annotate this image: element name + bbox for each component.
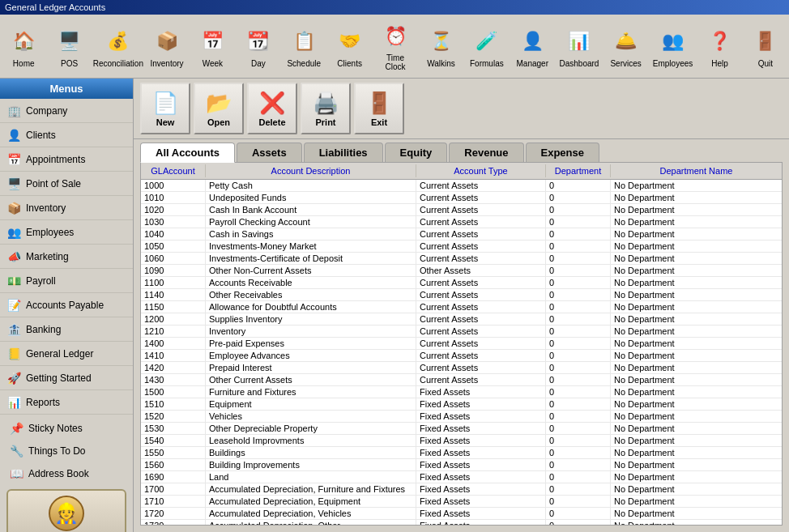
sidebar-item-banking[interactable]: 🏦 Banking (0, 317, 133, 342)
toolbar-item-services[interactable]: 🛎️ Services (603, 18, 647, 74)
table-cell: 1060 (141, 253, 206, 264)
toolbar-item-reconciliation[interactable]: 💰 Reconciliation (93, 18, 143, 74)
sidebar-footer-address-book[interactable]: 📖 Address Book (3, 463, 130, 484)
toolbar-item-dashboard[interactable]: 📊 Dashboard (556, 18, 602, 74)
table-row[interactable]: 1540Leasehold ImprovmentsFixed Assets0No… (141, 435, 782, 447)
table-row[interactable]: 1430Other Current AssetsCurrent Assets0N… (141, 374, 782, 386)
day-icon: 📆 (242, 25, 275, 57)
table-cell: Accumulated Depreciation, Furniture and … (206, 483, 416, 495)
table-row[interactable]: 1530Other Depreciable PropertyFixed Asse… (141, 423, 782, 435)
action-btn-new[interactable]: 📄 New (140, 83, 190, 134)
marketing-sidebar-icon: 📣 (6, 250, 21, 263)
toolbar-item-schedule[interactable]: 📋 Schedule (282, 18, 326, 74)
clients-sidebar-label: Clients (26, 130, 56, 141)
action-btn-open[interactable]: 📂 Open (194, 83, 244, 134)
table-row[interactable]: 1500Furniture and FixturesFixed Assets0N… (141, 386, 782, 398)
sidebar-item-general-ledger[interactable]: 📒 General Ledger (0, 342, 133, 366)
tab-all-accounts[interactable]: All Accounts (140, 143, 235, 163)
day-label: Day (251, 59, 266, 68)
table-row[interactable]: 1020Cash In Bank AccountCurrent Assets0N… (141, 204, 782, 216)
table-row[interactable]: 1710Accumulated Depreciation, EquipmentF… (141, 496, 782, 508)
table-row[interactable]: 1700Accumulated Depreciation, Furniture … (141, 483, 782, 496)
table-row[interactable]: 1400Pre-paid ExpensesCurrent Assets0No D… (141, 338, 782, 350)
action-btn-exit[interactable]: 🚪 Exit (354, 83, 404, 134)
toolbar-item-help[interactable]: ❓ Help (697, 18, 741, 74)
table-row[interactable]: 1000Petty CashCurrent Assets0No Departme… (141, 180, 782, 192)
table-row[interactable]: 1410Employee AdvancesCurrent Assets0No D… (141, 350, 782, 362)
table-cell: Fixed Assets (416, 398, 546, 410)
sidebar-item-getting-started[interactable]: 🚀 Getting Started (0, 366, 133, 390)
general-ledger-sidebar-label: General Ledger (26, 348, 93, 360)
toolbar-item-week[interactable]: 📅 Week (190, 18, 234, 74)
table-row[interactable]: 1520VehiclesFixed Assets0No Department (141, 411, 782, 423)
action-btn-print[interactable]: 🖨️ Print (301, 83, 351, 134)
toolbar-item-quit[interactable]: 🚪 Quit (744, 18, 787, 74)
tab-revenue[interactable]: Revenue (449, 143, 523, 162)
table-row[interactable]: 1510EquipmentFixed Assets0No Department (141, 398, 782, 411)
tab-liabilities[interactable]: Liabilities (304, 143, 383, 162)
table-cell: 1520 (141, 411, 206, 422)
table-cell: Current Assets (416, 301, 546, 313)
sidebar-footer-sticky-notes[interactable]: 📌 Sticky Notes (3, 418, 130, 439)
action-btn-delete[interactable]: ❌ Delete (247, 83, 297, 134)
table-cell: 1010 (141, 192, 206, 203)
toolbar-item-employees[interactable]: 👥 Employees (650, 18, 696, 74)
table-row[interactable]: 1090Other Non-Current AssetsOther Assets… (141, 265, 782, 277)
tab-expense[interactable]: Expense (526, 143, 599, 162)
sidebar-item-clients[interactable]: 👤 Clients (0, 123, 133, 147)
table-row[interactable]: 1200Supplies InventoryCurrent Assets0No … (141, 313, 782, 326)
sidebar-item-reports[interactable]: 📊 Reports (0, 390, 133, 415)
tab-equity[interactable]: Equity (385, 143, 448, 162)
table-row[interactable]: 1030Payroll Checking AccountCurrent Asse… (141, 216, 782, 228)
toolbar-item-manager[interactable]: 👤 Manager (510, 18, 554, 74)
table-row[interactable]: 1060Investments-Certificate of DepositCu… (141, 253, 782, 265)
things-to-do-footer-label: Things To Do (28, 445, 85, 457)
table-row[interactable]: 1150Allowance for Doubtful AccountsCurre… (141, 301, 782, 313)
sticky-notes-footer-icon: 📌 (9, 422, 23, 435)
toolbar-item-time-clock[interactable]: ⏰ Time Clock (373, 18, 417, 74)
table-cell: 1420 (141, 362, 206, 373)
table-row[interactable]: 1100Accounts ReceivableCurrent Assets0No… (141, 277, 782, 289)
sidebar-item-appointments[interactable]: 📅 Appointments (0, 147, 133, 172)
table-row[interactable]: 1010Undeposited FundsCurrent Assets0No D… (141, 192, 782, 204)
table-cell: Fixed Assets (416, 496, 546, 507)
table-cell: 1000 (141, 180, 206, 191)
table-row[interactable]: 1420Prepaid InterestCurrent Assets0No De… (141, 362, 782, 374)
sidebar-item-employees[interactable]: 👥 Employees (0, 220, 133, 245)
toolbar-item-pos[interactable]: 🖥️ POS (47, 18, 91, 74)
tab-assets[interactable]: Assets (237, 143, 302, 162)
sidebar-item-accounts-payable[interactable]: 📝 Accounts Payable (0, 293, 133, 317)
getting-started-sidebar-label: Getting Started (26, 372, 92, 384)
table-row[interactable]: 1730Accumulated Depreciation, OtherFixed… (141, 520, 782, 525)
toolbar-item-walkins[interactable]: ⏳ Walkins (419, 18, 463, 74)
toolbar-item-clients[interactable]: 🤝 Clients (327, 18, 371, 74)
table-cell: 1530 (141, 423, 206, 434)
table-cell: 0 (546, 326, 611, 337)
toolbar-item-formulas[interactable]: 🧪 Formulas (465, 18, 509, 74)
sidebar-item-inventory[interactable]: 📦 Inventory (0, 196, 133, 220)
table-row[interactable]: 1560Building ImprovementsFixed Assets0No… (141, 459, 782, 471)
support-button[interactable]: 👷 Support (6, 489, 126, 532)
table-cell: Fixed Assets (416, 508, 546, 519)
new-action-icon: 📄 (152, 91, 178, 116)
sidebar-item-marketing[interactable]: 📣 Marketing (0, 245, 133, 269)
table-cell: No Department (611, 386, 782, 398)
table-row[interactable]: 1720Accumulated Depreciation, VehiclesFi… (141, 508, 782, 520)
table-cell: No Department (611, 362, 782, 373)
sidebar-item-payroll[interactable]: 💵 Payroll (0, 269, 133, 293)
table-row[interactable]: 1040Cash in SavingsCurrent Assets0No Dep… (141, 228, 782, 240)
table-row[interactable]: 1140Other ReceivablesCurrent Assets0No D… (141, 289, 782, 301)
toolbar-item-day[interactable]: 📆 Day (237, 18, 280, 74)
sidebar-footer-things-to-do[interactable]: 🔧 Things To Do (3, 440, 130, 462)
table-row[interactable]: 1550BuildingsFixed Assets0No Department (141, 447, 782, 459)
table-row[interactable]: 1050Investments-Money MarketCurrent Asse… (141, 240, 782, 253)
sidebar-item-company[interactable]: 🏢 Company (0, 99, 133, 123)
toolbar-item-inventory[interactable]: 📦 Inventory (145, 18, 189, 74)
sidebar-item-point-of-sale[interactable]: 🖥️ Point of Sale (0, 172, 133, 196)
table-cell: Cash In Bank Account (206, 204, 416, 215)
table-row[interactable]: 1210InventoryCurrent Assets0No Departmen… (141, 326, 782, 338)
table-body[interactable]: 1000Petty CashCurrent Assets0No Departme… (141, 180, 782, 525)
table-row[interactable]: 1690LandFixed Assets0No Department (141, 471, 782, 483)
toolbar-item-home[interactable]: 🏠 Home (2, 18, 45, 74)
table-cell: 0 (546, 508, 611, 519)
